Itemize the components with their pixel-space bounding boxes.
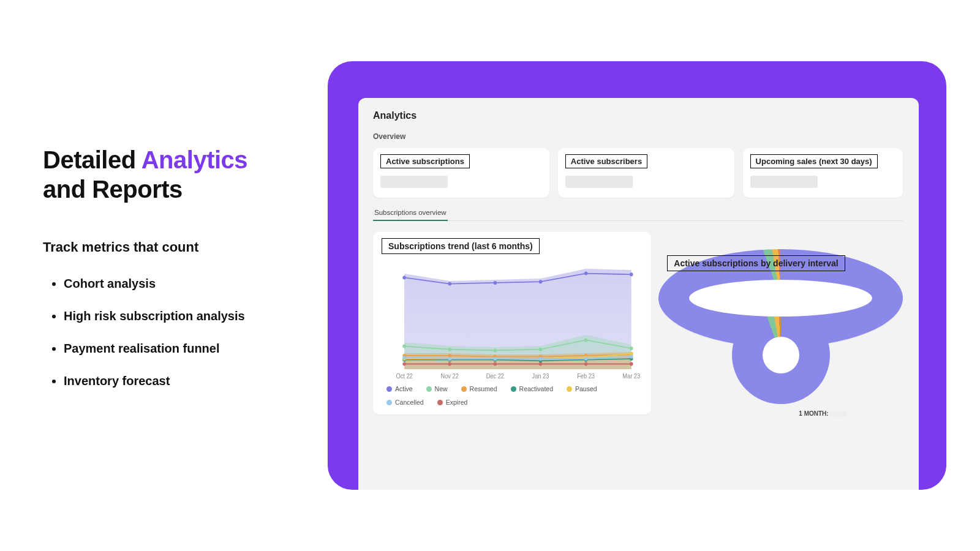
svg-point-34 [584, 357, 588, 361]
swatch-icon [567, 386, 572, 392]
swatch-icon [426, 386, 432, 392]
swatch-icon [386, 386, 392, 392]
legend-new: New [426, 385, 448, 392]
svg-point-39 [539, 362, 543, 366]
donut-label-3week: 3 WEEK: [790, 285, 834, 291]
metric-label: Active subscribers [565, 154, 647, 168]
svg-point-9 [539, 348, 543, 351]
svg-point-7 [448, 348, 451, 351]
donut-label-2month: 2 MONTH: [731, 307, 778, 313]
leader-line [799, 303, 799, 312]
svg-point-32 [494, 357, 497, 361]
swatch-icon [511, 386, 516, 392]
svg-text:Feb 23: Feb 23 [577, 373, 595, 380]
swatch-icon [386, 400, 392, 405]
donut-label-1month: 1 MONTH: [799, 410, 846, 417]
svg-point-37 [448, 362, 451, 366]
svg-point-41 [630, 362, 633, 366]
svg-point-35 [630, 355, 633, 359]
tab-divider [373, 220, 903, 221]
svg-point-1 [448, 282, 451, 286]
marketing-subhead: Track metrics that count [43, 239, 276, 255]
bullet-item: Inventory forecast [64, 373, 276, 389]
svg-point-29 [630, 352, 633, 356]
svg-text:Nov 22: Nov 22 [441, 373, 459, 380]
panel-delivery-interval: Active subscriptions by delivery interva… [658, 249, 903, 347]
svg-text:Dec 22: Dec 22 [486, 373, 504, 380]
page-title: Analytics [373, 110, 903, 121]
metric-label: Upcoming sales (next 30 days) [750, 154, 878, 168]
svg-point-30 [402, 356, 406, 359]
metric-value-placeholder [750, 176, 818, 188]
marketing-bullets: Cohort analysis High risk subscription a… [43, 276, 276, 389]
heading-part2: and Reports [43, 176, 183, 203]
donut-label-3month: 3 MONTH: [740, 296, 788, 302]
swatch-icon [437, 400, 443, 405]
svg-point-2 [494, 281, 497, 285]
legend-paused: Paused [567, 385, 597, 392]
svg-point-5 [630, 272, 633, 276]
panel-subscriptions-trend: Subscriptions trend (last 6 months) [373, 232, 651, 414]
panel-title: Subscriptions trend (last 6 months) [382, 238, 540, 254]
svg-point-38 [494, 362, 497, 366]
metric-value-placeholder [380, 176, 448, 188]
svg-point-40 [584, 362, 588, 366]
metric-card-upcoming-sales[interactable]: Upcoming sales (next 30 days) [743, 148, 903, 198]
donut-chart: 3 WEEK: 3 MONTH: 2 MONTH: 1 MONTH: [667, 276, 894, 417]
bullet-item: Payment realisation funnel [64, 341, 276, 356]
bullet-item: High risk subscription analysis [64, 309, 276, 324]
heading-accent: Analytics [141, 146, 247, 173]
svg-point-36 [402, 362, 406, 366]
metric-value-placeholder [565, 176, 633, 188]
legend-resumed: Resumed [461, 385, 497, 392]
svg-point-3 [539, 280, 543, 283]
trend-legend: Active New Resumed Reactivated Paused Ca… [382, 385, 643, 406]
svg-point-8 [494, 348, 497, 352]
bullet-item: Cohort analysis [64, 276, 276, 291]
tabbar: Subscriptions overview [373, 206, 903, 221]
leader-line [828, 291, 829, 303]
metric-card-active-subscriptions[interactable]: Active subscriptions [373, 148, 549, 198]
svg-point-33 [539, 357, 543, 361]
metric-card-active-subscribers[interactable]: Active subscribers [558, 148, 734, 198]
marketing-heading: Detailed Analytics and Reports [43, 145, 276, 204]
panel-title: Active subscriptions by delivery interva… [667, 255, 845, 271]
tab-subscriptions-overview[interactable]: Subscriptions overview [373, 206, 448, 221]
legend-reactivated: Reactivated [511, 385, 553, 392]
svg-point-11 [630, 347, 633, 350]
line-chart-svg: Oct 22Nov 22Dec 22Jan 23Feb 23Mar 23 [382, 259, 643, 381]
svg-text:Oct 22: Oct 22 [396, 373, 412, 380]
product-screenshot-frame: Analytics Overview Active subscriptions … [328, 61, 946, 490]
svg-point-6 [402, 345, 406, 348]
section-label: Overview [373, 132, 903, 141]
svg-point-4 [584, 272, 588, 276]
svg-text:Mar 23: Mar 23 [622, 373, 640, 380]
legend-active: Active [386, 385, 413, 392]
svg-point-31 [448, 357, 451, 361]
svg-point-10 [584, 338, 588, 342]
svg-point-0 [402, 276, 406, 279]
heading-part1: Detailed [43, 146, 141, 173]
subscriptions-trend-chart: Oct 22Nov 22Dec 22Jan 23Feb 23Mar 23 [382, 259, 643, 381]
legend-expired: Expired [437, 399, 468, 406]
legend-cancelled: Cancelled [386, 399, 424, 406]
swatch-icon [461, 386, 467, 392]
donut-ring-icon [732, 306, 830, 404]
metric-label: Active subscriptions [380, 154, 470, 168]
svg-text:Jan 23: Jan 23 [532, 373, 549, 380]
analytics-dashboard: Analytics Overview Active subscriptions … [358, 98, 919, 490]
